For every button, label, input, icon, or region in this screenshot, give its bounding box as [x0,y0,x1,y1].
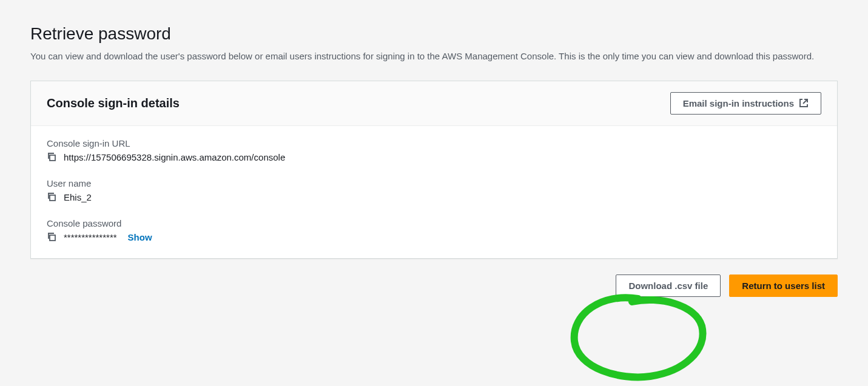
panel-title: Console sign-in details [47,96,180,110]
field-password: Console password *************** Show [47,218,821,242]
svg-rect-0 [50,155,55,161]
email-instructions-button[interactable]: Email sign-in instructions [670,92,821,115]
signin-url-label: Console sign-in URL [47,138,821,148]
return-users-button[interactable]: Return to users list [729,275,838,297]
copy-icon[interactable] [47,152,56,162]
copy-icon[interactable] [47,232,56,242]
svg-rect-2 [50,235,55,241]
password-label: Console password [47,218,821,228]
annotation-circle [565,293,717,384]
password-value: *************** [64,232,117,242]
signin-url-value: https://157506695328.signin.aws.amazon.c… [64,152,285,162]
download-csv-label: Download .csv file [628,279,708,292]
footer-actions: Download .csv file Return to users list [30,275,838,297]
email-instructions-label: Email sign-in instructions [683,97,794,110]
external-link-icon [799,98,809,108]
copy-icon[interactable] [47,192,56,202]
field-signin-url: Console sign-in URL https://157506695328… [47,138,821,162]
username-label: User name [47,178,821,188]
signin-details-panel: Console sign-in details Email sign-in in… [30,81,838,259]
field-username: User name Ehis_2 [47,178,821,202]
username-value: Ehis_2 [64,192,92,202]
page-description: You can view and download the user's pas… [30,50,837,64]
return-users-label: Return to users list [742,279,825,292]
page-title: Retrieve password [30,24,838,44]
show-password-link[interactable]: Show [128,232,152,242]
svg-rect-1 [50,195,55,201]
download-csv-button[interactable]: Download .csv file [616,275,721,297]
